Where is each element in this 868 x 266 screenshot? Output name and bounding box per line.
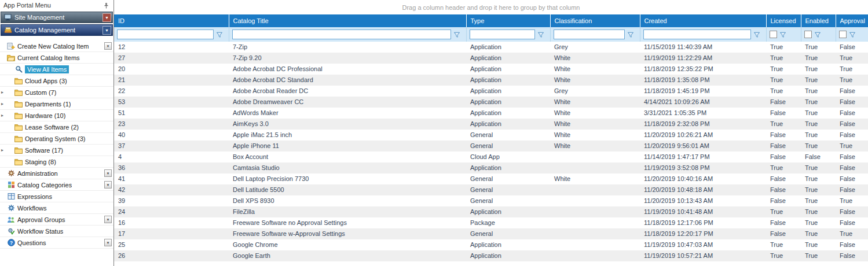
table-row[interactable]: 25Google ChromeApplication11/19/2019 10:…: [114, 239, 868, 250]
sidebar-item-questions[interactable]: ?Questions▼: [0, 237, 113, 249]
table-row[interactable]: 51AdWords MakerApplicationWhite3/31/2021…: [114, 108, 868, 119]
table-cell: False: [766, 152, 801, 162]
sidebar-item-label: Current Catalog Items: [17, 54, 80, 61]
column-header-enabled[interactable]: Enabled: [801, 14, 836, 27]
table-cell: 40: [114, 130, 229, 141]
item-dropdown-button[interactable]: ▼: [104, 181, 112, 189]
table-cell: Application: [466, 53, 550, 64]
filter-checkbox-approval[interactable]: [839, 31, 847, 38]
section-dropdown-button[interactable]: ▼: [102, 13, 111, 22]
table-row[interactable]: 21Adobe Acrobat DC StandardApplicationWh…: [114, 75, 868, 86]
table-cell: 11/20/2019 10:40:16 AM: [640, 173, 766, 184]
table-cell: True: [836, 75, 868, 86]
sidebar-item-workflows[interactable]: Workflows: [0, 202, 113, 214]
filter-input-type[interactable]: [470, 29, 535, 39]
table-row[interactable]: 127-ZipApplicationGrey11/15/2019 11:40:3…: [114, 42, 868, 53]
expand-arrow-icon[interactable]: ▸: [1, 102, 6, 106]
table-row[interactable]: 20Adobe Acrobat DC ProfessionalApplicati…: [114, 64, 868, 75]
filter-funnel-icon[interactable]: [779, 31, 786, 38]
table-row[interactable]: 23AimKeys 3.0ApplicationWhite11/18/2019 …: [114, 119, 868, 130]
table-row[interactable]: 277-Zip 9.20ApplicationWhite11/19/2019 1…: [114, 53, 868, 64]
filter-funnel-icon[interactable]: [216, 31, 223, 38]
table-row[interactable]: 40Apple iMac 21.5 inchGeneralWhite11/20/…: [114, 130, 868, 141]
filter-input-created[interactable]: [643, 29, 751, 39]
table-row[interactable]: 17Freeware Software w-Approval SettingsG…: [114, 228, 868, 239]
item-dropdown-button[interactable]: ▼: [104, 216, 112, 223]
table-row[interactable]: 37Apple iPhone 11GeneralWhite11/20/2019 …: [114, 141, 868, 152]
filter-funnel-icon[interactable]: [453, 31, 460, 38]
table-row[interactable]: 26Google EarthApplication11/19/2019 10:5…: [114, 250, 868, 261]
sidebar-item-expressions[interactable]: Expressions: [0, 191, 113, 202]
table-cell: Grey: [550, 86, 640, 97]
table-row[interactable]: 42Dell Latitude 5500General11/20/2019 10…: [114, 184, 868, 195]
sidebar-item-custom-7[interactable]: ▸Custom (7): [0, 87, 113, 98]
filter-funnel-icon[interactable]: [814, 31, 821, 38]
sidebar-item-label: Create New Catalog Item: [17, 43, 89, 50]
expand-arrow-icon[interactable]: ▸: [1, 90, 6, 95]
table-cell: 4: [114, 152, 229, 162]
expand-arrow-icon[interactable]: ▸: [1, 113, 6, 118]
table-row[interactable]: 53Adobe Dreamweaver CCApplicationWhite4/…: [114, 97, 868, 108]
sidebar-title: App Portal Menu: [3, 2, 51, 9]
column-header-licensed[interactable]: Licensed: [766, 14, 801, 27]
filter-cell-created: [640, 27, 766, 42]
column-header-id[interactable]: ID: [114, 14, 229, 27]
view-all-items-icon: [14, 65, 23, 73]
item-dropdown-button[interactable]: ▼: [104, 239, 112, 246]
filter-input-catalog-title[interactable]: [232, 29, 451, 39]
new-catalog-item-icon: [6, 42, 16, 50]
section-label: Site Management: [14, 14, 64, 21]
table-cell: 11/19/2019 10:57:21 AM: [640, 250, 766, 261]
sidebar-item-staging-8[interactable]: Staging (8): [0, 156, 113, 168]
filter-funnel-icon[interactable]: [627, 31, 634, 38]
filter-funnel-icon[interactable]: [849, 31, 856, 38]
table-row[interactable]: 16Freeware Software no Approval Settings…: [114, 217, 868, 228]
table-cell: 11/19/2019 3:52:08 PM: [640, 162, 766, 173]
item-dropdown-button[interactable]: ▼: [104, 169, 112, 177]
sidebar-item-departments-1[interactable]: ▸Departments (1): [0, 98, 113, 110]
column-header-created[interactable]: Created: [640, 14, 766, 27]
filter-checkbox-licensed[interactable]: [770, 31, 777, 38]
sidebar-item-software-17[interactable]: ▸Software (17): [0, 145, 113, 156]
sidebar-item-hardware-10[interactable]: ▸Hardware (10): [0, 110, 113, 121]
table-row[interactable]: 36Camtasia StudioApplication11/19/2019 3…: [114, 162, 868, 173]
folder-icon: [14, 124, 23, 131]
sidebar-item-workflow-status[interactable]: Workflow Status: [0, 226, 113, 237]
table-row[interactable]: 39Dell XPS 8930General11/20/2019 10:13:4…: [114, 195, 868, 206]
pushpin-icon[interactable]: [102, 1, 111, 9]
table-cell: 20: [114, 64, 229, 75]
filter-funnel-icon[interactable]: [537, 31, 544, 38]
sidebar-item-view-all-items[interactable]: View All Items: [0, 64, 113, 75]
folder-icon: [14, 77, 23, 84]
sidebar-item-cloud-apps-3[interactable]: Cloud Apps (3): [0, 75, 113, 87]
filter-input-id[interactable]: [117, 29, 214, 39]
sidebar-section-site-management[interactable]: Site Management ▼: [1, 12, 113, 23]
table-row[interactable]: 41Dell Laptop Precision 7730GeneralWhite…: [114, 173, 868, 184]
table-row[interactable]: 22Adobe Acrobat Reader DCApplicationGrey…: [114, 86, 868, 97]
column-header-approval[interactable]: Approval: [836, 14, 868, 27]
item-dropdown-button[interactable]: ▼: [104, 42, 112, 50]
expand-arrow-icon[interactable]: ▸: [1, 148, 6, 153]
table-row[interactable]: 24FileZillaApplication11/19/2019 10:41:4…: [114, 206, 868, 217]
sidebar-item-label: View All Items: [25, 65, 69, 73]
table-cell: True: [801, 173, 836, 184]
filter-funnel-icon[interactable]: [753, 31, 760, 38]
filter-checkbox-enabled[interactable]: [804, 31, 812, 38]
table-cell: General: [466, 195, 550, 206]
column-header-type[interactable]: Type: [466, 14, 550, 27]
sidebar-item-operating-system-3[interactable]: Operating System (3): [0, 133, 113, 145]
sidebar-item-lease-software-2[interactable]: Lease Software (2): [0, 121, 113, 133]
sidebar-item-administration[interactable]: Administration▼: [0, 168, 113, 179]
folder-icon: [14, 147, 23, 154]
table-row[interactable]: 4Box AccountCloud App11/14/2019 1:47:17 …: [114, 152, 868, 162]
sidebar-section-catalog-management[interactable]: Catalog Management ▼: [1, 24, 113, 36]
sidebar-item-approval-groups[interactable]: Approval Groups▼: [0, 214, 113, 226]
sidebar-item-catalog-categories[interactable]: Catalog Categories▼: [0, 179, 113, 191]
sidebar-item-current-catalog-items[interactable]: Current Catalog Items: [0, 52, 113, 64]
filter-input-classification[interactable]: [554, 29, 625, 39]
sidebar-item-create-new-catalog-item[interactable]: Create New Catalog Item▼: [0, 40, 113, 52]
table-cell: Freeware Software w-Approval Settings: [229, 228, 466, 239]
section-dropdown-button[interactable]: ▼: [102, 26, 111, 35]
column-header-catalog-title[interactable]: Catalog Title: [229, 14, 466, 27]
column-header-classification[interactable]: Classification: [550, 14, 640, 27]
